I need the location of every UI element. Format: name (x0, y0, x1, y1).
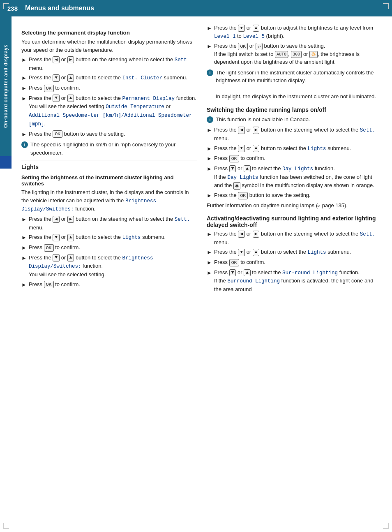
bullet-arrow-icon: ► (207, 145, 212, 153)
btn-ok: OK (44, 85, 54, 92)
bullet-item: ► Press the ▼ or ▲ button to select the … (21, 254, 197, 279)
menu-sett: Sett. (175, 217, 190, 222)
surround-fn: Sur-round Lighting (282, 270, 338, 276)
brightness-subheading: Setting the brightness of the instrument… (21, 174, 197, 187)
crop-mark-tr (383, 3, 389, 9)
bullet-item: ► Press the ▼ or ▲ button to select the … (207, 144, 382, 153)
daytime-heading: Switching the daytime running lamps on/o… (207, 106, 382, 113)
surround-bullets: ► Press the ◀ or ▶ button on the steerin… (207, 230, 382, 294)
btn-down: ▼ (238, 145, 245, 152)
section-surround-lighting: Activating/deactivating surround lightin… (207, 215, 382, 294)
info-icon: i (207, 116, 213, 123)
btn-ok: OK (44, 244, 54, 252)
btn-up: ▲ (67, 74, 74, 81)
permanent-display-bullets: ► Press the ◀ or ▶ button on the steerin… (21, 56, 197, 138)
bullet-arrow-icon: ► (21, 244, 27, 252)
bullet-item: ► Press the ▼ or ▲ button to select the … (21, 74, 197, 82)
bullet-text: Press ▼ or ▲ to select the Sur-round Lig… (214, 268, 382, 294)
bullet-item: ► Press OK to confirm. (207, 154, 382, 163)
bullet-item: ► Press the ◀ or ▶ button on the steerin… (21, 56, 197, 72)
bullet-text: Press the ◀ or ▶ button on the steering … (29, 215, 197, 231)
info-text-canada: This function is not available in Canada… (216, 116, 310, 124)
info-icon: i (207, 69, 213, 76)
lights-submenu: Lights (308, 250, 326, 255)
btn-down: ▼ (53, 95, 60, 102)
btn-up: ▲ (253, 145, 260, 152)
crop-mark-bl (3, 523, 9, 529)
bullet-text: Press OK to confirm. (214, 154, 382, 162)
bullet-text: Press the ▼ or ▲ button to adjust the br… (214, 24, 382, 40)
bullet-text: Press the OK button to save the setting. (29, 130, 197, 138)
section-lights: Lights Setting the brightness of the ins… (21, 164, 197, 289)
section-permanent-intro: You can determine whether the multifunct… (21, 38, 197, 54)
bullet-text: Press the OK button to save the setting. (214, 191, 382, 199)
btn-right: ▶ (67, 56, 74, 63)
header-bar: 238 Menus and submenus (0, 0, 392, 16)
bullet-arrow-icon: ► (21, 74, 27, 82)
additional-speedo: Additional Speedome-ter [km/h]/Additiona… (29, 113, 192, 127)
menu-sett: Sett (175, 57, 187, 63)
surround-heading: Activating/deactivating surround lightin… (207, 215, 382, 228)
btn-ok: OK (238, 43, 248, 50)
level-5: Level 5 (243, 34, 265, 39)
section-divider (21, 160, 197, 160)
side-tab-label: On-board computer and displays (3, 44, 9, 128)
btn-down: ▼ (53, 254, 60, 261)
bullet-text: Press the ▼ or ▲ button to select the Li… (29, 233, 197, 242)
bullet-arrow-icon: ► (207, 248, 212, 257)
header-title: Menus and submenus (25, 5, 94, 12)
btn-ok: OK (229, 259, 239, 266)
bullet-text: Press the ◀ or ▶ button on the steering … (214, 126, 382, 142)
btn-down: ▼ (238, 25, 245, 32)
bullet-arrow-icon: ► (207, 155, 212, 163)
info-box-canada: i This function is not available in Cana… (207, 116, 382, 124)
info-text-sensor: The light sensor in the instrument clust… (216, 69, 382, 101)
level-1: Level 1 (214, 34, 236, 39)
brightness-intro: The lighting in the instrument cluster, … (21, 188, 197, 213)
bullet-arrow-icon: ► (21, 95, 27, 103)
bullet-text: Press the ▼ or ▲ button to select the Br… (29, 254, 197, 279)
perm-display-fn: Permanent Display (122, 96, 175, 102)
btn-right: ▶ (253, 127, 260, 134)
bullet-item: ► Press the OK or ↵ button to save the s… (207, 42, 382, 66)
btn-up: ▲ (244, 269, 251, 276)
lights-heading: Lights (21, 164, 197, 170)
further-info-daytime: Further information on daytime running l… (207, 201, 382, 210)
bullet-item: ► Press the ▼ or ▲ button to select the … (21, 233, 197, 242)
btn-ok: OK (53, 130, 62, 138)
bullet-item: ► Press OK to confirm. (21, 243, 197, 252)
btn-up: ▲ (253, 249, 260, 256)
btn-up: ▲ (67, 254, 74, 261)
btn-down: ▼ (229, 269, 236, 276)
bullet-text: Press the ▼ or ▲ button to select the Li… (214, 144, 382, 153)
btn-ok: OK (229, 155, 239, 162)
bullet-arrow-icon: ► (21, 84, 27, 93)
bullet-item: ► Press the ◀ or ▶ button on the steerin… (21, 215, 197, 231)
btn-up: ▲ (67, 95, 74, 102)
bullet-arrow-icon: ► (21, 56, 27, 64)
brightness-fn-name: Brightness Display/Switches: (21, 198, 156, 213)
btn-down: ▼ (53, 74, 60, 81)
star-icon: ✱ (233, 182, 240, 190)
bullet-arrow-icon: ► (207, 42, 212, 51)
bullet-arrow-icon: ► (21, 254, 27, 262)
bullet-text: Press the OK or ↵ button to save the set… (214, 42, 382, 66)
bullet-text: Press OK to confirm. (29, 84, 197, 92)
bullet-item: ► Press ▼ or ▲ to select the Day Lights … (207, 164, 382, 190)
bullet-text: Press OK to confirm. (214, 258, 382, 266)
btn-left: ◀ (238, 231, 245, 238)
right-column: ► Press the ▼ or ▲ button to adjust the … (207, 24, 382, 295)
bullet-text: Press OK to confirm. (29, 280, 197, 289)
btn-ok: OK (238, 192, 248, 199)
bullet-item: ► Press the ◀ or ▶ button on the steerin… (207, 230, 382, 246)
bullet-item: ► Press ▼ or ▲ to select the Sur-round L… (207, 268, 382, 294)
bullet-item: ► Press OK to confirm. (207, 258, 382, 267)
bullet-item: ► Press the ▼ or ▲ button to adjust the … (207, 24, 382, 40)
btn-right: ▶ (67, 216, 74, 223)
btn-up: ▲ (244, 165, 251, 172)
daytime-bullets: ► Press the ◀ or ▶ button on the steerin… (207, 126, 382, 199)
btn-down: ▼ (238, 249, 245, 256)
bullet-item: ► Press the OK button to save the settin… (21, 130, 197, 139)
bullet-item: ► Press the OK button to save the settin… (207, 191, 382, 200)
bullet-arrow-icon: ► (21, 281, 27, 289)
